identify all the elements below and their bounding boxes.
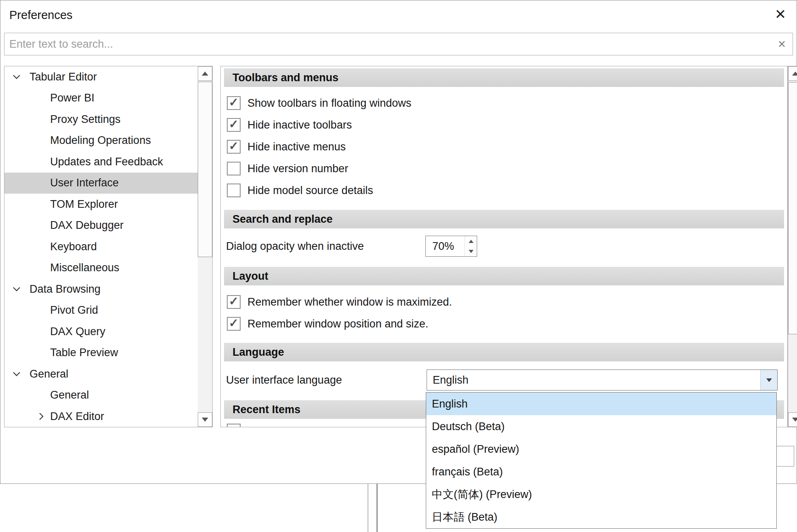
tree-scrollbar[interactable] xyxy=(198,66,212,427)
tree-item-label: Table Preview xyxy=(50,346,118,359)
tree-item-general[interactable]: General xyxy=(4,385,198,406)
tree-item-label: User Interface xyxy=(50,177,119,189)
chevron-down-icon[interactable] xyxy=(11,283,22,295)
checkbox[interactable]: ✓ xyxy=(227,96,241,110)
scroll-down-icon xyxy=(202,418,208,422)
tree-item-tabular-editor[interactable]: Tabular Editor xyxy=(4,66,198,88)
search-box: ✕ xyxy=(4,33,793,55)
scroll-down-button[interactable] xyxy=(198,412,212,427)
tree-item-tom-explorer[interactable]: TOM Explorer xyxy=(4,194,198,215)
checkbox-row[interactable]: Hide model source details xyxy=(227,179,373,201)
checkbox[interactable]: ✓ xyxy=(227,317,241,331)
chevron-right-icon[interactable] xyxy=(35,411,47,422)
tree-item-updates-and-feedback[interactable]: Updates and Feedback xyxy=(4,151,198,173)
tree-item-label: Proxy Settings xyxy=(50,113,121,126)
checkbox[interactable]: ✓ xyxy=(227,118,241,132)
tree-item-label: Data Browsing xyxy=(30,283,101,296)
language-combobox[interactable]: English xyxy=(427,369,778,391)
checkbox-label: Hide model source details xyxy=(247,184,373,197)
checkbox-label: Hide version number xyxy=(247,163,348,175)
close-button[interactable]: ✕ xyxy=(771,4,790,25)
opacity-value[interactable]: 70% xyxy=(426,236,465,256)
checkbox-label: Hide inactive menus xyxy=(247,141,346,153)
checkbox-row[interactable]: ✓ Remember window position and size. xyxy=(227,313,428,335)
dropdown-option[interactable]: français (Beta) xyxy=(426,460,776,483)
opacity-spinner[interactable]: 70% xyxy=(425,236,477,257)
tree-item-label: DAX Editor xyxy=(50,410,104,423)
tree-item-label: DAX Query xyxy=(50,325,106,338)
checkbox[interactable] xyxy=(227,162,241,175)
tree-item-label: Miscellaneous xyxy=(50,262,119,274)
settings-scrollbar[interactable] xyxy=(788,66,797,427)
search-input[interactable] xyxy=(4,33,793,55)
tree-item-keyboard[interactable]: Keyboard xyxy=(4,236,198,258)
section-title: Toolbars and menus xyxy=(233,72,338,84)
scroll-down-button[interactable] xyxy=(788,412,797,427)
checkbox-row[interactable]: ✓ Hide inactive toolbars xyxy=(227,114,352,136)
scroll-thumb[interactable] xyxy=(198,82,212,257)
tree-item-label: DAX Debugger xyxy=(50,219,124,232)
tree-item-label: Tabular Editor xyxy=(30,71,97,83)
section-title: Recent Items xyxy=(233,403,300,416)
chevron-down-icon[interactable] xyxy=(11,368,22,380)
checkmark-icon: ✓ xyxy=(229,296,239,307)
checkbox[interactable]: ✓ xyxy=(227,140,241,154)
checkbox-row[interactable]: ✓ Remember whether window is maximized. xyxy=(227,291,452,313)
clear-search-icon[interactable]: ✕ xyxy=(778,38,786,50)
checkbox-row[interactable]: Hide version number xyxy=(227,158,348,179)
tree-item-modeling-operations[interactable]: Modeling Operations xyxy=(4,130,198,152)
checkbox[interactable]: ✓ xyxy=(227,295,241,309)
checkbox-row[interactable]: ✓ Hide inactive menus xyxy=(227,136,346,158)
tree-item-data-browsing[interactable]: Data Browsing xyxy=(4,279,198,300)
checkbox-label: Show toolbars in floating windows xyxy=(247,97,411,110)
tree-item-user-interface[interactable]: User Interface xyxy=(4,173,198,194)
spinner-down-button[interactable] xyxy=(465,246,477,256)
scroll-up-icon xyxy=(202,72,208,76)
checkmark-icon: ✓ xyxy=(229,97,239,108)
checkbox[interactable] xyxy=(227,184,241,197)
scroll-up-button[interactable] xyxy=(788,66,797,81)
scroll-down-icon xyxy=(792,418,797,422)
section-header-toolbars-and-menus: Toolbars and menus xyxy=(224,68,784,87)
scroll-thumb[interactable] xyxy=(788,82,797,334)
section-header-layout: Layout xyxy=(224,267,784,285)
dropdown-option[interactable]: 日本語 (Beta) xyxy=(426,506,776,528)
chevron-down-icon[interactable] xyxy=(11,71,22,82)
checkmark-icon: ✓ xyxy=(229,118,239,130)
tree-item-dax-debugger[interactable]: DAX Debugger xyxy=(4,215,198,236)
tree-item-power-bi[interactable]: Power BI xyxy=(4,88,198,109)
dropdown-option[interactable]: Deutsch (Beta) xyxy=(426,415,776,438)
tree-list: Tabular Editor Power BI Proxy Settings M… xyxy=(4,66,198,427)
tree-item-table-preview[interactable]: Table Preview xyxy=(4,342,198,364)
chevron-down-icon xyxy=(766,378,772,382)
tree-item-label: TOM Explorer xyxy=(50,198,118,211)
checkbox[interactable] xyxy=(227,424,241,427)
tree-item-miscellaneous[interactable]: Miscellaneous xyxy=(4,258,198,279)
section-title: Layout xyxy=(233,270,268,283)
checkbox-row[interactable]: ✓ Show toolbars in floating windows xyxy=(227,92,411,114)
tree-item-pivot-grid[interactable]: Pivot Grid xyxy=(4,300,198,321)
titlebar: Preferences ✕ xyxy=(0,0,797,32)
spinner-up-button[interactable] xyxy=(465,236,477,246)
dropdown-option[interactable]: 中文(简体) (Preview) xyxy=(426,483,776,506)
section-title: Search and replace xyxy=(233,213,333,226)
spinner-down-icon xyxy=(469,250,474,253)
checkbox-label: Remember whether window is maximized. xyxy=(247,296,452,308)
spinner-up-icon xyxy=(469,240,474,243)
tree-item-text-editors[interactable]: General xyxy=(4,363,198,385)
scroll-up-button[interactable] xyxy=(198,66,212,81)
combobox-dropdown-button[interactable] xyxy=(760,370,777,390)
settings-panel: Toolbars and menus ✓ Show toolbars in fl… xyxy=(220,66,788,427)
tree-item-dax-query[interactable]: DAX Query xyxy=(4,321,198,342)
dropdown-option[interactable]: English xyxy=(426,393,776,415)
tree-item-label: Updates and Feedback xyxy=(50,156,163,168)
opacity-label: Dialog opacity when inactive xyxy=(226,235,364,257)
tree-item-label: General xyxy=(30,368,68,380)
dropdown-option[interactable]: español (Preview) xyxy=(426,438,776,460)
background-window-edge xyxy=(368,484,378,532)
checkbox-label: Remember window position and size. xyxy=(247,318,428,330)
tree-item-proxy-settings[interactable]: Proxy Settings xyxy=(4,109,198,130)
section-header-language: Language xyxy=(224,343,784,361)
tree-item-dax-editor[interactable]: DAX Editor xyxy=(4,406,198,427)
tree-item-label: Power BI xyxy=(50,92,95,104)
